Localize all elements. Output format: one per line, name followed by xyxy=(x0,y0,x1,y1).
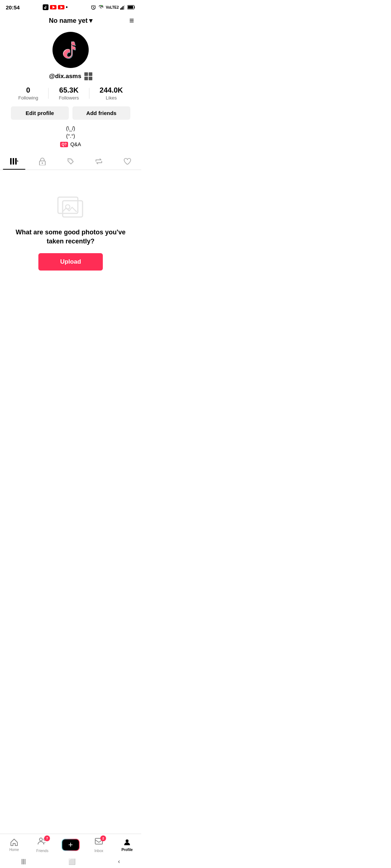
battery-icon xyxy=(127,5,135,9)
tab-likes[interactable] xyxy=(113,153,141,170)
svg-rect-10 xyxy=(124,5,125,10)
username: @dix.asms xyxy=(49,73,81,80)
followers-count: 65.3K xyxy=(59,86,79,94)
likes-label: Likes xyxy=(106,95,117,101)
alarm-icon xyxy=(91,4,96,10)
photos-empty-icon xyxy=(56,192,85,221)
svg-point-19 xyxy=(42,162,43,164)
bio-section: (\_/) (°.°) Q? Q&A xyxy=(60,125,81,147)
profile-section: @dix.asms 0 Following 65.3K Followers 24… xyxy=(0,28,141,151)
tab-tagged[interactable] xyxy=(56,153,85,170)
upload-button[interactable]: Upload xyxy=(38,253,103,271)
tiktok-app-icon xyxy=(43,4,49,10)
svg-point-6 xyxy=(101,5,102,6)
likes-stat[interactable]: 244.0K Likes xyxy=(89,86,133,101)
bio-line1: (\_/) xyxy=(66,125,75,132)
status-time: 20:54 xyxy=(6,4,20,10)
tabs-row xyxy=(0,153,141,170)
bio-line2: (°.°) xyxy=(66,132,75,140)
followers-stat[interactable]: 65.3K Followers xyxy=(49,86,89,101)
repost-icon xyxy=(94,157,103,165)
header-chevron: ▾ xyxy=(89,17,92,25)
header: No name yet ▾ ≡ xyxy=(0,13,141,28)
svg-point-13 xyxy=(58,37,83,63)
youtube-icon2 xyxy=(58,5,64,9)
svg-rect-12 xyxy=(128,6,133,9)
heart-icon xyxy=(123,158,131,165)
qa-icon: Q? xyxy=(60,142,68,147)
svg-rect-16 xyxy=(15,158,17,165)
following-stat[interactable]: 0 Following xyxy=(8,86,48,101)
followers-label: Followers xyxy=(59,95,79,101)
following-label: Following xyxy=(18,95,38,101)
avatar[interactable] xyxy=(52,32,89,68)
status-right-icons: VoLTE2 xyxy=(91,4,135,10)
empty-state: What are some good photos you've taken r… xyxy=(0,170,141,285)
likes-count: 244.0K xyxy=(100,86,123,94)
svg-rect-14 xyxy=(10,158,12,165)
action-buttons: Edit profile Add friends xyxy=(7,106,134,120)
svg-marker-17 xyxy=(17,161,18,162)
svg-rect-8 xyxy=(121,7,122,10)
tab-private[interactable] xyxy=(28,153,56,170)
tag-icon xyxy=(67,157,75,165)
svg-rect-9 xyxy=(123,6,124,10)
qa-badge[interactable]: Q? Q&A xyxy=(60,141,81,147)
tab-videos[interactable] xyxy=(0,153,28,170)
tiktok-logo xyxy=(58,37,83,63)
header-title: No name yet xyxy=(49,17,88,25)
status-dot: • xyxy=(66,4,68,10)
svg-rect-22 xyxy=(58,197,78,213)
status-bar: 20:54 • VoLTE2 xyxy=(0,0,141,13)
lock-icon xyxy=(39,157,46,165)
username-row: @dix.asms xyxy=(49,72,92,80)
following-count: 0 xyxy=(26,86,30,94)
wifi-icon xyxy=(98,5,104,10)
signal-icon xyxy=(120,5,126,10)
add-friends-button[interactable]: Add friends xyxy=(72,106,130,120)
qr-code-icon[interactable] xyxy=(84,72,92,80)
menu-button[interactable]: ≡ xyxy=(129,16,134,25)
tab-repost[interactable] xyxy=(85,153,113,170)
grid-icon xyxy=(10,158,18,165)
qa-label: Q&A xyxy=(70,141,81,147)
svg-rect-7 xyxy=(120,8,121,10)
status-app-icons: • xyxy=(43,4,68,10)
header-title-container[interactable]: No name yet ▾ xyxy=(49,17,92,25)
stats-row: 0 Following 65.3K Followers 244.0K Likes xyxy=(7,86,134,101)
empty-title: What are some good photos you've taken r… xyxy=(7,228,134,246)
edit-profile-button[interactable]: Edit profile xyxy=(11,106,69,120)
network-label: VoLTE2 xyxy=(106,5,119,9)
svg-rect-20 xyxy=(69,159,70,160)
youtube-icon xyxy=(50,5,56,9)
svg-rect-15 xyxy=(13,158,14,165)
